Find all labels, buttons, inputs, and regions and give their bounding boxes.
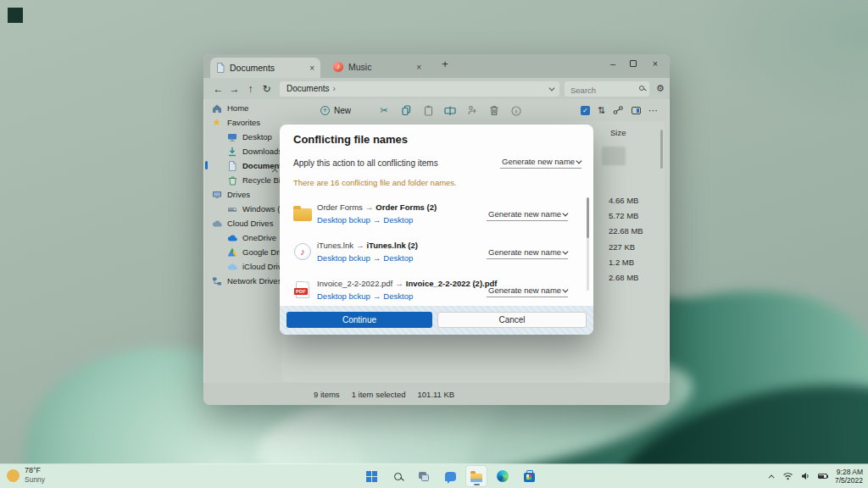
music-icon: ♪ [333, 62, 343, 72]
hidden-icons-chevron[interactable] [768, 474, 774, 480]
task-view-button[interactable] [414, 466, 434, 486]
cut-icon[interactable]: ✂ [373, 105, 395, 116]
weather-widget[interactable]: 78°F Sunny [7, 466, 45, 485]
status-size: 101.11 KB [418, 390, 455, 399]
chat-button[interactable] [440, 466, 460, 486]
tab-close-icon[interactable]: × [309, 64, 314, 73]
edge-button[interactable] [492, 466, 513, 486]
conflict-row-invoice-pdf: PDF Invoice_2-2-2022.pdf→Invoice_2-2-202… [292, 277, 568, 308]
file-size: 5.72 MB [609, 211, 638, 220]
desktop: Documents × ♪ Music × + – × ← → ↑ ↻ Docu… [0, 0, 868, 488]
conflict-warning-text: There are 16 conflicting file and folder… [293, 178, 457, 187]
sidebar-item-recycle-bin[interactable]: Recycle Bin [227, 174, 285, 186]
file-size: 22.68 MB [609, 226, 643, 236]
copy-icon[interactable] [395, 104, 417, 116]
close-button[interactable]: × [648, 58, 663, 69]
delete-icon[interactable] [483, 104, 505, 116]
old-name: Invoice_2-2-2022.pdf [317, 279, 392, 288]
search-icon [639, 86, 644, 91]
battery-icon[interactable] [818, 474, 827, 479]
sidebar-item-desktop[interactable]: Desktop [227, 130, 272, 143]
sidebar-item-cloud-drives[interactable]: Cloud Drives [212, 217, 273, 230]
new-button-label: New [334, 106, 351, 115]
back-button[interactable]: ← [210, 83, 226, 95]
row-action-dropdown[interactable]: Generate new name [487, 208, 568, 221]
arrow-icon: → [370, 253, 384, 263]
sort-icon[interactable]: ⇅ [598, 105, 605, 116]
sidebar-item-drives[interactable]: Drives [212, 188, 250, 201]
minimize-button[interactable]: – [605, 58, 620, 69]
new-tab-button[interactable]: + [437, 58, 453, 75]
sun-icon [7, 469, 19, 482]
arrow-icon: → [370, 291, 384, 301]
scrollbar[interactable] [660, 130, 663, 169]
destination-link[interactable]: Desktop [383, 253, 413, 263]
cancel-button[interactable]: Cancel [437, 312, 587, 328]
conflicting-file-names-dialog: Conflicting file names Apply this action… [280, 125, 593, 335]
chevron-down-icon [576, 158, 581, 164]
document-icon [216, 63, 225, 73]
file-explorer-button[interactable] [466, 466, 487, 486]
details-pane-icon[interactable] [632, 107, 641, 114]
more-icon[interactable]: ⋯ [648, 105, 658, 116]
taskbar-clock[interactable]: 9:28 AM 7/5/2022 [835, 468, 863, 485]
clock-time: 9:28 AM [835, 468, 863, 476]
itunes-icon: ♪ [292, 241, 314, 262]
search-box[interactable] [565, 81, 649, 97]
source-link[interactable]: Desktop bckup [317, 253, 370, 263]
sidebar-item-home[interactable]: Home [212, 102, 248, 114]
continue-button[interactable]: Continue [287, 312, 432, 328]
new-name: Order Forms (2) [376, 202, 437, 212]
old-name: Order Forms [317, 202, 363, 212]
source-link[interactable]: Desktop bckup [317, 215, 370, 225]
size-column-header[interactable]: Size [610, 128, 626, 137]
breadcrumb-location[interactable]: Documents [287, 84, 330, 93]
network-icon [212, 276, 222, 286]
sidebar-item-icloud-drive[interactable]: iCloud Drive [227, 260, 287, 273]
info-icon[interactable] [505, 104, 527, 115]
select-all-icon[interactable]: ✓ [581, 106, 590, 115]
sidebar-item-documents[interactable]: Documents [227, 159, 287, 172]
settings-gear-icon[interactable]: ⚙ [656, 83, 665, 94]
breadcrumb[interactable]: Documents › [280, 81, 559, 97]
sidebar-item-downloads[interactable]: Downloads [227, 145, 282, 158]
file-thumbnail [602, 147, 626, 165]
apply-all-action-dropdown[interactable]: Generate new name [500, 155, 581, 169]
wifi-icon[interactable] [782, 472, 793, 480]
destination-link[interactable]: Desktop [383, 291, 413, 301]
maximize-button[interactable] [626, 58, 641, 69]
source-link[interactable]: Desktop bckup [317, 291, 370, 301]
windows-logo-icon [366, 471, 377, 482]
chevron-down-icon[interactable] [548, 86, 554, 91]
paste-icon[interactable] [417, 104, 439, 116]
sidebar-item-favorites[interactable]: ★ Favorites [212, 116, 260, 129]
refresh-button[interactable]: ↻ [259, 83, 275, 95]
maximize-icon [630, 60, 637, 67]
store-button[interactable] [519, 466, 539, 486]
weather-condition: Sunny [25, 475, 45, 485]
taskbar-search-button[interactable] [387, 466, 408, 486]
command-bar: + New ✂ ✓ ⇅ [281, 99, 670, 121]
volume-icon[interactable] [801, 472, 810, 480]
sidebar-item-onedrive[interactable]: OneDrive [227, 231, 276, 244]
row-action-dropdown[interactable]: Generate new name [487, 284, 568, 297]
tab-documents[interactable]: Documents × [210, 58, 320, 78]
destination-link[interactable]: Desktop [383, 215, 413, 225]
row-action-dropdown[interactable]: Generate new name [487, 246, 568, 259]
tab-close-icon[interactable]: × [416, 63, 421, 72]
arrow-icon: → [392, 279, 406, 288]
group-icon[interactable] [613, 105, 624, 115]
tab-music[interactable]: ♪ Music × [327, 58, 427, 76]
system-tray: 9:28 AM 7/5/2022 [771, 464, 863, 488]
search-input[interactable] [565, 82, 649, 97]
sidebar-item-network-drives[interactable]: Network Drives [212, 274, 281, 287]
onedrive-icon [227, 233, 237, 243]
up-button[interactable]: ↑ [242, 83, 259, 95]
new-button[interactable]: + New [320, 106, 351, 115]
dialog-scrollbar[interactable] [587, 197, 589, 291]
rename-icon[interactable] [439, 104, 461, 116]
share-icon[interactable] [461, 104, 483, 116]
start-button[interactable] [361, 466, 381, 486]
taskbar: 78°F Sunny 9:28 AM 7/5/2022 [0, 464, 868, 488]
forward-button[interactable]: → [226, 83, 242, 95]
